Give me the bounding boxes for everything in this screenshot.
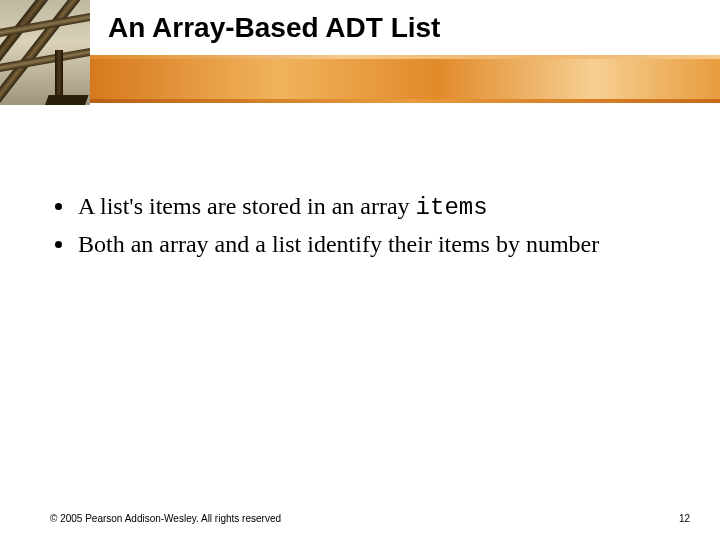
slide-footer: © 2005 Pearson Addison-Wesley. All right… — [50, 513, 690, 524]
bullet-list: A list's items are stored in an array it… — [50, 190, 680, 261]
bullet-item: A list's items are stored in an array it… — [76, 190, 680, 224]
corner-graphic — [0, 0, 90, 105]
copyright-text: © 2005 Pearson Addison-Wesley. All right… — [50, 513, 281, 524]
bullet-item: Both an array and a list identify their … — [76, 228, 680, 260]
bullet-text: Both an array and a list identify their … — [78, 231, 599, 257]
slide-body: A list's items are stored in an array it… — [50, 190, 680, 265]
slide-title: An Array-Based ADT List — [108, 12, 440, 44]
slide-header: An Array-Based ADT List — [0, 0, 720, 105]
header-stripe — [90, 99, 720, 103]
page-number: 12 — [679, 513, 690, 524]
header-band — [90, 59, 720, 99]
bullet-text: A list's items are stored in an array — [78, 193, 416, 219]
bullet-code: items — [416, 194, 488, 221]
